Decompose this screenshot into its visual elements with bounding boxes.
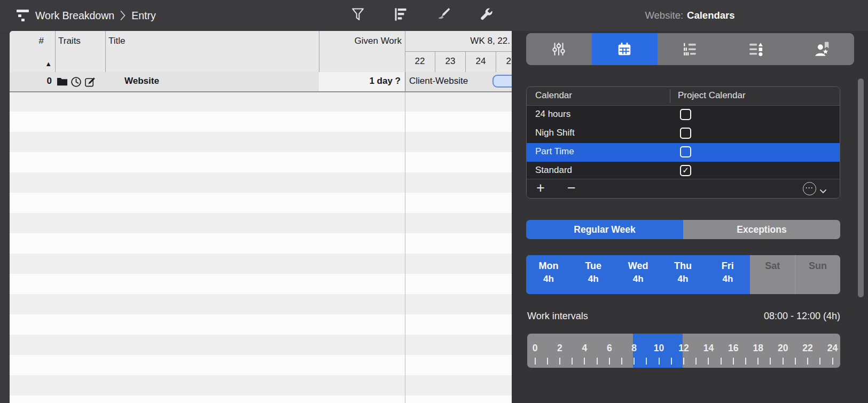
hours-ruler[interactable]: 024681012141618202224 <box>527 334 840 368</box>
remove-calendar-button[interactable]: − <box>567 180 576 196</box>
weekday-label: Sat <box>750 260 795 272</box>
weekday-fri[interactable]: Fri4h <box>705 255 750 294</box>
hour-tick <box>708 358 709 365</box>
hour-tick <box>783 358 784 365</box>
weekday-mon[interactable]: Mon4h <box>526 255 571 294</box>
weekday-selector: Mon4hTue4hWed4hThu4hFri4hSatSun <box>526 255 840 294</box>
hour-tick <box>745 358 746 365</box>
hour-tick <box>634 358 635 365</box>
hour-tick <box>671 358 672 365</box>
tab-settings[interactable] <box>526 33 592 65</box>
inspector-panel: Calendar Project Calendar 24 hoursNigh S… <box>512 31 868 403</box>
weekday-label: Sun <box>795 260 840 272</box>
add-calendar-button[interactable]: + <box>536 180 545 196</box>
hour-tick <box>572 358 573 365</box>
column-divider[interactable] <box>319 31 319 72</box>
tab-resources[interactable] <box>788 33 854 65</box>
tab-numbered-outline[interactable] <box>658 33 723 65</box>
row-given-work[interactable]: 1 day ? <box>369 72 401 90</box>
hour-tick <box>795 358 796 365</box>
hour-label: 24 <box>827 343 838 354</box>
breadcrumb[interactable]: Work BreakdownEntry <box>35 0 156 31</box>
weekday-sat[interactable]: Sat <box>750 255 795 294</box>
funnel-icon <box>350 7 365 24</box>
toolbar: Work BreakdownEntry Website: Calendars <box>0 0 868 31</box>
hour-tick <box>733 358 734 365</box>
timeline-day-headers: 22232425 <box>405 52 512 72</box>
calendar-list: Calendar Project Calendar 24 hoursNigh S… <box>526 86 840 199</box>
hour-label: 14 <box>703 343 714 354</box>
task-bar[interactable] <box>492 75 512 88</box>
settings-wrench-button[interactable] <box>478 7 494 23</box>
calendar-name: Nigh Shift <box>535 128 575 138</box>
hour-tick <box>646 358 647 365</box>
project-calendar-checkbox[interactable]: ✓ <box>680 165 691 176</box>
hour-label: 22 <box>802 343 812 354</box>
outline-format-button[interactable] <box>393 7 409 23</box>
sliders-icon <box>551 41 567 57</box>
weekday-tue[interactable]: Tue4h <box>571 255 616 294</box>
work-intervals-row: Work intervals 08:00 - 12:00 (4h) <box>527 311 840 323</box>
chevron-down-icon[interactable] <box>819 186 827 191</box>
weekday-label: Tue <box>571 260 616 272</box>
weekday-label: Mon <box>526 260 571 272</box>
work-breakdown-table: # ▲ Traits Title Given Work WK 8, 22. 22… <box>10 31 512 403</box>
hour-tick <box>683 358 684 365</box>
column-header-given-work[interactable]: Given Work <box>355 36 402 46</box>
table-empty-rows <box>10 91 512 403</box>
toolbar-buttons <box>350 0 494 31</box>
column-header-num[interactable]: # <box>39 36 44 46</box>
style-brush-button[interactable] <box>435 7 451 23</box>
table-row[interactable]: 0 Website 1 day ? Client-Website <box>10 72 512 92</box>
person-star-icon <box>814 41 830 57</box>
weekday-sun[interactable]: Sun <box>795 255 840 294</box>
timeline-column-divider <box>405 91 405 403</box>
hour-label: 12 <box>678 343 689 354</box>
column-divider[interactable] <box>105 31 106 72</box>
more-actions-button[interactable]: ··· <box>803 182 816 195</box>
hour-tick <box>807 358 808 365</box>
column-header-title[interactable]: Title <box>108 36 126 46</box>
calendar-row[interactable]: 24 hours <box>527 106 840 124</box>
numbered-list-icon <box>682 41 698 57</box>
header-divider <box>670 89 670 103</box>
project-calendar-checkbox[interactable] <box>680 146 691 157</box>
breadcrumb-item[interactable]: Entry <box>131 10 156 22</box>
work-breakdown-icon <box>16 9 30 22</box>
hour-label: 2 <box>557 343 562 354</box>
hour-tick <box>819 358 820 365</box>
calendar-name: Part Time <box>535 146 574 157</box>
calendar-row[interactable]: Nigh Shift <box>527 124 840 143</box>
project-calendar-checkbox[interactable] <box>680 128 691 139</box>
inspector-title: Website: Calendars <box>512 0 868 31</box>
project-calendar-column-header: Project Calendar <box>678 90 746 101</box>
weekday-wed[interactable]: Wed4h <box>616 255 661 294</box>
scrollbar-thumb[interactable] <box>858 78 864 297</box>
weekday-label: Fri <box>705 260 750 272</box>
tab-styles[interactable] <box>723 33 788 65</box>
breadcrumb-item[interactable]: Work Breakdown <box>35 10 114 22</box>
tab-calendars[interactable] <box>592 33 658 65</box>
hour-tick <box>757 358 758 365</box>
column-divider[interactable] <box>55 31 56 72</box>
segment-exceptions[interactable]: Exceptions <box>683 220 840 239</box>
calendar-row[interactable]: Standard✓ <box>527 162 840 180</box>
sort-ascending-icon[interactable]: ▲ <box>45 60 52 68</box>
calendar-name: Standard <box>535 165 572 176</box>
timeline-day-header: 24 <box>466 52 496 72</box>
hour-label: 20 <box>778 343 788 354</box>
row-title[interactable]: Website <box>124 72 159 90</box>
project-calendar-checkbox[interactable] <box>680 109 691 120</box>
hour-tick <box>559 358 560 365</box>
weekday-hours: 4h <box>571 274 616 285</box>
row-traits <box>57 72 96 91</box>
chevron-right-icon <box>120 10 126 21</box>
task-bar-label: Client-Website <box>409 72 468 90</box>
calendar-row[interactable]: Part Time <box>527 143 840 162</box>
column-header-traits[interactable]: Traits <box>58 36 81 46</box>
timeline-day-header: 23 <box>435 52 466 72</box>
weekday-thu[interactable]: Thu4h <box>661 255 706 294</box>
segment-regular-week[interactable]: Regular Week <box>526 220 683 239</box>
filter-button[interactable] <box>350 7 366 23</box>
row-number: 0 <box>10 72 52 90</box>
